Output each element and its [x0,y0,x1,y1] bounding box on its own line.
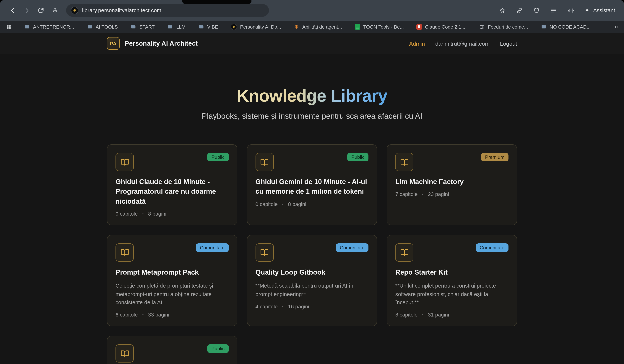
visibility-badge: Comunitate [336,243,369,252]
visibility-badge: Comunitate [476,243,509,252]
bookmarks-overflow-chevron[interactable]: » [615,23,618,30]
site-header: PA Personality AI Architect Admin danmit… [0,33,624,54]
bookmark-start[interactable]: START [130,24,155,30]
bookmark-feeds[interactable]: Feeduri de come... [479,24,528,29]
copy-link-icon[interactable] [513,4,525,16]
bookmark-no-code[interactable]: NO CODE ACAD... [541,24,591,30]
bookmark-label: NO CODE ACAD... [549,24,591,29]
meta-separator: • [422,313,424,317]
library-grid: Public Ghidul Claude de 10 Minute - Prog… [107,144,517,364]
chapters-count: 7 capitole [395,191,418,197]
url-text: library.personalityaiarchitect.com [82,7,161,13]
orange-burst-favicon-icon: ✳ [294,24,299,29]
library-card-llm-machine-factory[interactable]: Premium Llm Machine Factory 7 capitole •… [387,144,517,225]
library-card-ghidul-claude[interactable]: Public Ghidul Claude de 10 Minute - Prog… [107,144,237,225]
hero: Knowledge Library Playbooks, sisteme și … [0,54,624,121]
page-subtitle: Playbooks, sisteme și instrumente pentru… [0,112,624,121]
page-title: Knowledge Library [237,86,387,106]
card-description: Colecție completă de prompturi testate ș… [115,282,229,307]
page-content: PA Personality AI Architect Admin danmit… [0,33,624,364]
bookmark-label: Feeduri de come... [488,24,528,29]
sparkle-icon [584,7,590,14]
bookmark-llm[interactable]: LLM [167,24,186,30]
logout-link[interactable]: Logout [500,40,517,46]
chapters-count: 0 capitole [255,201,278,207]
bookmark-antreprenor[interactable]: ANTREPRENOR... [24,24,74,30]
bookmark-vibe[interactable]: VIBE [198,24,218,30]
library-card-partial[interactable]: Public [107,336,237,364]
bookmark-personality-ai[interactable]: Personality AI Do... [231,23,281,30]
address-bar[interactable]: library.personalityaiarchitect.com [66,4,269,17]
page-title-knowledge: Knowledge [237,86,326,105]
assistant-button[interactable]: Assistant [582,6,617,15]
bookmark-star-icon[interactable] [496,4,508,16]
pages-count: 8 pagini [148,211,166,217]
bookmark-label: START [139,24,155,29]
pages-count: 8 pagini [288,201,306,207]
book-open-icon [395,243,414,262]
browser-window: library.personalityaiarchitect.com Assis… [0,0,624,364]
card-meta: 8 capitole • 31 pagini [395,312,509,318]
book-open-icon [115,243,134,262]
library-card-prompt-metaprompt-pack[interactable]: Comunitate Prompt Metaprompt Pack Colecț… [107,235,237,326]
site-logo[interactable]: PA [107,37,120,50]
card-meta: 4 capitole • 16 pagini [255,303,368,309]
library-card-ghidul-gemini[interactable]: Public Ghidul Gemini de 10 Minute - AI-u… [247,144,377,225]
card-title: Llm Machine Factory [395,177,509,187]
bookmark-label: VIBE [207,24,218,29]
visibility-badge: Premium [481,153,509,161]
pages-count: 16 pagini [288,303,309,309]
equalizer-icon[interactable] [565,4,576,16]
card-description: **Un kit complet pentru a construi proie… [395,282,509,307]
assistant-label: Assistant [593,7,615,13]
pages-count: 31 pagini [428,312,449,318]
pages-count: 23 pagini [428,191,449,197]
site-logo-text: PA [110,41,116,46]
card-meta: 7 capitole • 23 pagini [395,191,509,197]
bookmark-agent-skills[interactable]: ✳ Abilități de agent... [294,24,342,29]
bookmark-label: Claude Code 2.1.... [425,24,467,29]
card-title: Repo Starter Kit [395,268,509,277]
red-book-favicon-icon [416,24,422,29]
back-icon[interactable] [7,4,19,16]
header-right: Admin danmitrut@gmail.com Logout [409,40,517,46]
book-open-icon [255,243,274,262]
book-open-icon [115,153,134,171]
shield-icon[interactable] [530,4,542,16]
card-top: Comunitate [255,243,368,262]
toolbar-right: Assistant [496,4,617,16]
folder-icon [198,24,204,30]
site-favicon-icon [71,7,78,14]
globe-favicon-icon [479,24,485,29]
card-top: Comunitate [395,243,509,262]
forward-icon[interactable] [21,4,33,16]
bookmark-label: LLM [176,24,186,29]
visibility-badge: Public [207,344,229,353]
browser-toolbar: library.personalityaiarchitect.com Assis… [0,0,624,21]
chapters-count: 0 capitole [115,211,138,217]
card-title: Prompt Metaprompt Pack [115,268,229,277]
card-description: **Metodă scalabilă pentru output-uri AI … [255,282,368,298]
bookmark-ai-tools[interactable]: AI TOOLS [87,24,118,30]
library-card-quality-loop-gitbook[interactable]: Comunitate Quality Loop Gitbook **Metodă… [247,235,377,326]
bookmark-label: Personality AI Do... [240,24,281,29]
visibility-badge: Public [207,153,229,161]
visibility-badge: Comunitate [196,243,229,252]
bookmark-claude-code[interactable]: Claude Code 2.1.... [416,24,467,29]
admin-link[interactable]: Admin [409,40,425,46]
apps-grid-icon[interactable] [6,24,11,29]
menu-lines-icon[interactable] [547,4,559,16]
bookmark-label: AI TOOLS [96,24,118,29]
bookmark-toon-tools[interactable]: TOON Tools - Be... [355,24,404,29]
chapters-count: 8 capitole [395,312,418,318]
card-meta: 0 capitole • 8 pagini [115,211,229,217]
card-top: Comunitate [115,243,229,262]
microphone-icon[interactable] [49,4,61,16]
folder-icon [87,24,93,30]
card-title: Ghidul Gemini de 10 Minute - AI-ul cu me… [255,177,368,197]
reload-icon[interactable] [35,4,47,16]
book-open-icon [115,344,134,363]
library-card-repo-starter-kit[interactable]: Comunitate Repo Starter Kit **Un kit com… [387,235,517,326]
card-meta: 0 capitole • 8 pagini [255,201,368,207]
card-title: Quality Loop Gitbook [255,268,368,277]
